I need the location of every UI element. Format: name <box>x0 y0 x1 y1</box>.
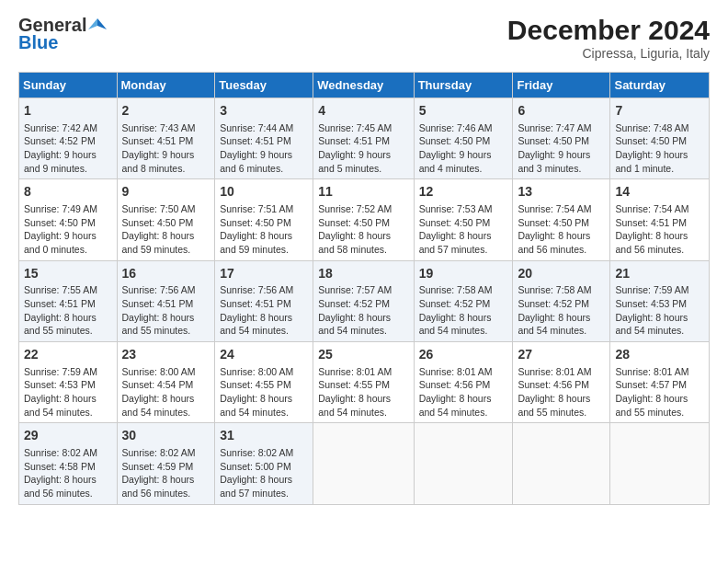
day-detail: Sunrise: 7:54 AM Sunset: 4:51 PM Dayligh… <box>615 202 704 257</box>
day-number: 19 <box>419 265 508 283</box>
calendar-week-row: 22Sunrise: 7:59 AM Sunset: 4:53 PM Dayli… <box>19 342 710 423</box>
day-number: 15 <box>24 265 112 283</box>
table-row: 15Sunrise: 7:55 AM Sunset: 4:51 PM Dayli… <box>19 260 118 341</box>
table-row: 6Sunrise: 7:47 AM Sunset: 4:50 PM Daylig… <box>513 98 610 179</box>
table-row: 17Sunrise: 7:56 AM Sunset: 4:51 PM Dayli… <box>215 260 313 341</box>
day-number: 29 <box>24 427 112 445</box>
calendar-table: Sunday Monday Tuesday Wednesday Thursday… <box>18 72 710 505</box>
day-detail: Sunrise: 8:01 AM Sunset: 4:56 PM Dayligh… <box>518 365 605 419</box>
table-row: 24Sunrise: 8:00 AM Sunset: 4:55 PM Dayli… <box>215 342 313 423</box>
col-wednesday: Wednesday <box>313 73 414 98</box>
day-number: 23 <box>122 346 210 364</box>
day-detail: Sunrise: 7:52 AM Sunset: 4:50 PM Dayligh… <box>318 202 408 257</box>
day-detail: Sunrise: 7:53 AM Sunset: 4:50 PM Dayligh… <box>419 202 508 257</box>
table-row: 26Sunrise: 8:01 AM Sunset: 4:56 PM Dayli… <box>414 342 513 423</box>
day-detail: Sunrise: 8:00 AM Sunset: 4:55 PM Dayligh… <box>220 365 308 419</box>
col-friday: Friday <box>513 73 610 98</box>
day-number: 11 <box>318 183 408 201</box>
day-number: 31 <box>220 427 308 445</box>
table-row: 9Sunrise: 7:50 AM Sunset: 4:50 PM Daylig… <box>117 179 215 260</box>
table-row: 16Sunrise: 7:56 AM Sunset: 4:51 PM Dayli… <box>117 260 215 341</box>
table-row: 29Sunrise: 8:02 AM Sunset: 4:58 PM Dayli… <box>19 423 118 504</box>
svg-marker-1 <box>88 18 97 29</box>
day-detail: Sunrise: 7:57 AM Sunset: 4:52 PM Dayligh… <box>318 283 408 338</box>
day-number: 8 <box>24 183 112 201</box>
day-detail: Sunrise: 7:43 AM Sunset: 4:51 PM Dayligh… <box>122 121 210 176</box>
calendar-week-row: 15Sunrise: 7:55 AM Sunset: 4:51 PM Dayli… <box>19 260 710 341</box>
logo: General Blue <box>18 15 107 53</box>
day-number: 18 <box>318 265 408 283</box>
calendar-week-row: 29Sunrise: 8:02 AM Sunset: 4:58 PM Dayli… <box>19 423 710 504</box>
day-number: 4 <box>318 102 408 121</box>
day-number: 24 <box>220 346 308 364</box>
table-row: 28Sunrise: 8:01 AM Sunset: 4:57 PM Dayli… <box>610 342 710 423</box>
day-number: 27 <box>518 346 605 364</box>
table-row: 27Sunrise: 8:01 AM Sunset: 4:56 PM Dayli… <box>513 342 610 423</box>
calendar-subtitle: Cipressa, Liguria, Italy <box>507 46 710 61</box>
day-number: 21 <box>615 265 704 283</box>
day-detail: Sunrise: 7:58 AM Sunset: 4:52 PM Dayligh… <box>518 283 605 338</box>
table-row: 2Sunrise: 7:43 AM Sunset: 4:51 PM Daylig… <box>117 98 215 179</box>
day-detail: Sunrise: 7:50 AM Sunset: 4:50 PM Dayligh… <box>122 202 210 257</box>
day-number: 28 <box>615 346 704 364</box>
day-number: 5 <box>419 102 508 121</box>
day-number: 1 <box>24 102 112 121</box>
calendar-header-row: Sunday Monday Tuesday Wednesday Thursday… <box>19 73 710 98</box>
header: General Blue December 2024 Cipressa, Lig… <box>18 15 710 61</box>
day-detail: Sunrise: 7:47 AM Sunset: 4:50 PM Dayligh… <box>518 121 605 176</box>
col-monday: Monday <box>117 73 215 98</box>
day-number: 6 <box>518 102 605 121</box>
title-block: December 2024 Cipressa, Liguria, Italy <box>507 15 710 61</box>
table-row: 25Sunrise: 8:01 AM Sunset: 4:55 PM Dayli… <box>313 342 414 423</box>
day-detail: Sunrise: 7:48 AM Sunset: 4:50 PM Dayligh… <box>615 121 704 176</box>
day-detail: Sunrise: 8:00 AM Sunset: 4:54 PM Dayligh… <box>122 365 210 419</box>
day-number: 25 <box>318 346 408 364</box>
day-detail: Sunrise: 7:56 AM Sunset: 4:51 PM Dayligh… <box>220 283 308 338</box>
day-number: 22 <box>24 346 112 364</box>
day-detail: Sunrise: 7:49 AM Sunset: 4:50 PM Dayligh… <box>24 202 112 257</box>
day-detail: Sunrise: 7:45 AM Sunset: 4:51 PM Dayligh… <box>318 121 408 176</box>
table-row: 10Sunrise: 7:51 AM Sunset: 4:50 PM Dayli… <box>215 179 313 260</box>
day-detail: Sunrise: 8:02 AM Sunset: 5:00 PM Dayligh… <box>220 446 308 500</box>
svg-marker-0 <box>97 18 107 29</box>
day-detail: Sunrise: 7:44 AM Sunset: 4:51 PM Dayligh… <box>220 121 308 176</box>
day-detail: Sunrise: 7:51 AM Sunset: 4:50 PM Dayligh… <box>220 202 308 257</box>
day-detail: Sunrise: 7:42 AM Sunset: 4:52 PM Dayligh… <box>24 121 112 176</box>
table-row: 18Sunrise: 7:57 AM Sunset: 4:52 PM Dayli… <box>313 260 414 341</box>
day-number: 26 <box>419 346 508 364</box>
table-row: 14Sunrise: 7:54 AM Sunset: 4:51 PM Dayli… <box>610 179 710 260</box>
col-sunday: Sunday <box>19 73 118 98</box>
day-number: 30 <box>122 427 210 445</box>
calendar-week-row: 1Sunrise: 7:42 AM Sunset: 4:52 PM Daylig… <box>19 98 710 179</box>
table-row: 22Sunrise: 7:59 AM Sunset: 4:53 PM Dayli… <box>19 342 118 423</box>
day-detail: Sunrise: 7:58 AM Sunset: 4:52 PM Dayligh… <box>419 283 508 338</box>
day-detail: Sunrise: 7:56 AM Sunset: 4:51 PM Dayligh… <box>122 283 210 338</box>
table-row <box>513 423 610 504</box>
table-row: 20Sunrise: 7:58 AM Sunset: 4:52 PM Dayli… <box>513 260 610 341</box>
table-row <box>414 423 513 504</box>
calendar-title: December 2024 <box>507 15 710 46</box>
table-row: 3Sunrise: 7:44 AM Sunset: 4:51 PM Daylig… <box>215 98 313 179</box>
day-detail: Sunrise: 8:01 AM Sunset: 4:56 PM Dayligh… <box>419 365 508 419</box>
day-number: 7 <box>615 102 704 121</box>
col-thursday: Thursday <box>414 73 513 98</box>
table-row: 5Sunrise: 7:46 AM Sunset: 4:50 PM Daylig… <box>414 98 513 179</box>
table-row: 30Sunrise: 8:02 AM Sunset: 4:59 PM Dayli… <box>117 423 215 504</box>
day-number: 14 <box>615 183 704 201</box>
table-row: 21Sunrise: 7:59 AM Sunset: 4:53 PM Dayli… <box>610 260 710 341</box>
col-saturday: Saturday <box>610 73 710 98</box>
table-row: 1Sunrise: 7:42 AM Sunset: 4:52 PM Daylig… <box>19 98 118 179</box>
day-detail: Sunrise: 7:55 AM Sunset: 4:51 PM Dayligh… <box>24 283 112 338</box>
table-row: 13Sunrise: 7:54 AM Sunset: 4:50 PM Dayli… <box>513 179 610 260</box>
page: General Blue December 2024 Cipressa, Lig… <box>0 0 728 514</box>
day-detail: Sunrise: 8:01 AM Sunset: 4:55 PM Dayligh… <box>318 365 408 419</box>
table-row: 12Sunrise: 7:53 AM Sunset: 4:50 PM Dayli… <box>414 179 513 260</box>
day-detail: Sunrise: 8:02 AM Sunset: 4:59 PM Dayligh… <box>122 446 210 500</box>
day-number: 17 <box>220 265 308 283</box>
day-detail: Sunrise: 7:54 AM Sunset: 4:50 PM Dayligh… <box>518 202 605 257</box>
logo-blue: Blue <box>18 32 58 53</box>
table-row: 11Sunrise: 7:52 AM Sunset: 4:50 PM Dayli… <box>313 179 414 260</box>
day-number: 2 <box>122 102 210 121</box>
table-row: 23Sunrise: 8:00 AM Sunset: 4:54 PM Dayli… <box>117 342 215 423</box>
day-number: 16 <box>122 265 210 283</box>
